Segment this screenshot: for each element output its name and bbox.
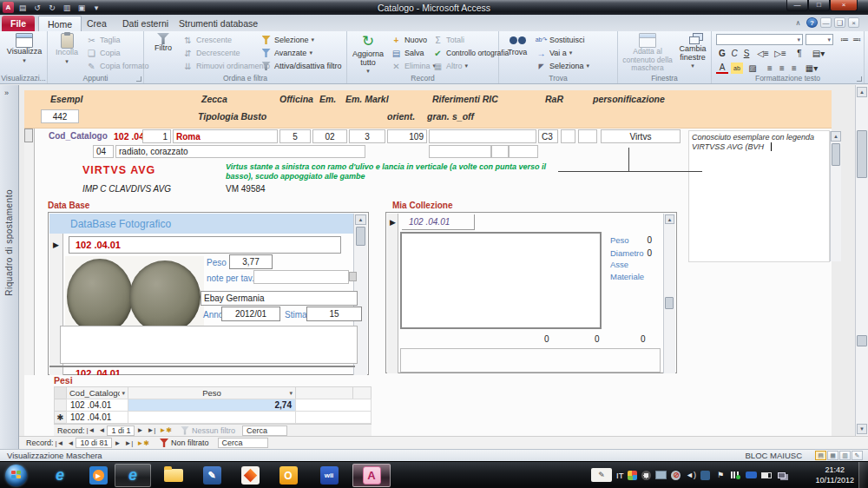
help-icon[interactable]: ? — [806, 17, 818, 28]
font-name-combo[interactable]: ▾ — [716, 34, 803, 45]
vai-a-button[interactable]: → Vai a ▾ — [536, 47, 589, 59]
controllo-ortografia-button[interactable]: ✔ Controllo ortografia — [432, 47, 509, 59]
sostituisci-button[interactable]: ab↷ Sostituisci — [536, 34, 589, 46]
font-size-combo[interactable]: ▾ — [806, 34, 833, 45]
pesi-row1-peso[interactable]: 2,74 — [128, 399, 296, 412]
small-field-2[interactable] — [578, 129, 597, 143]
zecca-field[interactable]: Roma — [173, 129, 278, 143]
pesi-row1-selector[interactable] — [54, 399, 67, 412]
busto-cod-field[interactable]: 04 — [93, 145, 114, 158]
adatta-maschera-button[interactable]: Adatta al contenuto della maschera — [620, 33, 675, 73]
ric-field[interactable]: 109 — [387, 129, 427, 143]
record-position[interactable]: 1 di 1 — [107, 425, 135, 436]
tray-gauge-icon[interactable] — [641, 471, 651, 480]
align-right-icon[interactable]: ≡ — [788, 63, 800, 74]
collezione-diametro-value[interactable]: 0 — [636, 248, 652, 258]
taskbar-media-player[interactable]: ▸ — [83, 464, 113, 487]
officina-field[interactable]: 5 — [279, 129, 311, 143]
scrollbar-thumb[interactable] — [832, 143, 840, 166]
collezione-lower-box[interactable] — [400, 348, 661, 373]
elimina-button[interactable]: ✕ Elimina ▾ — [391, 60, 436, 72]
last-record-icon[interactable]: ►| — [122, 439, 135, 447]
previous-record-icon[interactable]: ◄ — [97, 426, 108, 434]
ric-ref-field[interactable] — [429, 129, 536, 143]
scrollbar-thumb[interactable] — [356, 227, 365, 246]
pesi-row2-cod[interactable]: 102 .04.01 — [66, 411, 128, 424]
scroll-down-icon[interactable]: ▼ — [857, 424, 867, 434]
minimize-button[interactable]: — — [786, 0, 808, 11]
record-position[interactable]: 10 di 81 — [76, 438, 112, 448]
note-per-tav-field[interactable] — [253, 270, 349, 284]
start-button[interactable] — [5, 465, 27, 486]
taskbar-access-open[interactable]: A — [352, 464, 391, 487]
tab-dati-esterni[interactable]: Dati esterni — [114, 16, 177, 31]
form-scrollbar[interactable]: ▲ ▼ — [855, 85, 868, 436]
altro-button[interactable]: ▦ Altro ▾ — [432, 60, 509, 72]
show-desktop-button[interactable] — [858, 462, 868, 488]
hlines-icon[interactable]: ▤▾ — [812, 48, 825, 59]
form-view-shortcut-icon[interactable]: ▤ — [815, 451, 826, 460]
gridlines-icon[interactable]: ▦▾ — [806, 63, 818, 74]
highlight-color-icon[interactable]: ab — [731, 63, 743, 74]
align-center-icon[interactable]: ≡ — [776, 63, 788, 74]
collezione-peso-value[interactable]: 0 — [636, 235, 652, 245]
tray-blue-bar-icon[interactable] — [746, 472, 757, 478]
pesi-row2-selector[interactable]: ✱ — [54, 411, 67, 424]
decrescente-button[interactable]: ⇵ Decrescente — [182, 47, 270, 59]
taskbar-ie-pinned[interactable]: e — [45, 464, 75, 487]
em-field[interactable]: 02 — [312, 129, 347, 143]
taglia-button[interactable]: ✂ Taglia — [86, 34, 149, 46]
attiva-disattiva-filtro-button[interactable]: Attiva/disattiva filtro — [260, 60, 342, 72]
language-indicator[interactable]: IT — [616, 471, 623, 480]
tray-dual-monitor-icon[interactable] — [776, 470, 787, 480]
navigation-pane-collapsed[interactable]: » Riquadro di spostamento — [0, 85, 19, 449]
list-bullets-icon[interactable]: ≔ — [838, 34, 851, 45]
taskbar-ie-open[interactable]: e — [115, 464, 151, 487]
record-selector-bar[interactable] — [24, 129, 35, 375]
pesi-col-peso[interactable]: Peso ▾ — [128, 386, 296, 399]
busto-extra-2[interactable] — [491, 145, 509, 158]
tray-volume-icon[interactable]: ◄) — [685, 470, 696, 480]
dialog-launcher-icon[interactable] — [136, 76, 141, 82]
nuovo-button[interactable]: + Nuovo — [391, 34, 436, 46]
next-record-selector[interactable] — [49, 367, 63, 375]
tray-battery-icon[interactable] — [761, 472, 772, 478]
scrollbar-mark[interactable] — [857, 335, 867, 346]
doc-close-icon[interactable]: × — [848, 17, 859, 28]
tray-flag-icon[interactable]: ⚑ — [714, 470, 726, 480]
list-numbering-icon[interactable]: ≕ — [851, 34, 863, 45]
pesi-row1-cod[interactable]: 102 .04.01 — [66, 399, 128, 412]
busto-extra-1[interactable] — [429, 145, 491, 158]
totali-button[interactable]: Σ Totali — [432, 34, 509, 46]
filtro-button[interactable]: Filtro — [148, 33, 179, 53]
taskbar-sign-app[interactable]: ✎ — [196, 464, 227, 487]
visualizza-button[interactable]: Visualizza ▾ — [5, 33, 43, 64]
taskbar-outlook[interactable]: O — [273, 464, 304, 487]
close-button[interactable]: × — [830, 0, 858, 11]
stima-field[interactable]: 15 — [306, 307, 362, 321]
taskbar-clock[interactable]: 21:42 10/11/2012 — [816, 465, 854, 485]
taskbar-wii-app[interactable]: wii — [312, 464, 345, 487]
next-record-icon[interactable]: ► — [135, 426, 145, 434]
pesi-col-extra1[interactable] — [295, 386, 353, 399]
collezione-record-selector[interactable]: ▶ — [387, 214, 398, 373]
filter-status-button[interactable]: Nessun filtro — [181, 426, 235, 435]
next-record-icon[interactable]: ► — [112, 439, 122, 447]
tab-home[interactable]: Home — [38, 16, 82, 31]
pesi-col-extra2[interactable] — [352, 386, 372, 399]
design-view-shortcut-icon[interactable]: ✎ — [852, 451, 863, 460]
tab-file[interactable]: File — [2, 16, 35, 31]
tray-blocked-icon[interactable]: ⊘ — [671, 471, 681, 480]
anno-field[interactable]: 2012/01 — [221, 307, 280, 321]
database-notes-box[interactable] — [60, 326, 358, 364]
main-search-box[interactable]: Cerca — [218, 438, 268, 448]
personificazione-field[interactable]: Virtvs — [601, 129, 681, 143]
aggiorna-tutto-button[interactable]: ↻ Aggiorna tutto ▾ — [349, 33, 387, 76]
pesi-col-cod[interactable]: Cod_Catalogo ▾ — [66, 386, 128, 399]
nota-scrollbar[interactable]: ▲ — [830, 131, 841, 261]
incolla-button[interactable]: Incolla ▾ — [51, 33, 82, 65]
scrollbar-thumb[interactable] — [857, 130, 867, 178]
dialog-launcher-icon[interactable] — [857, 76, 862, 82]
collezione-image-box[interactable] — [400, 232, 602, 329]
trova-button[interactable]: Trova — [503, 33, 532, 57]
